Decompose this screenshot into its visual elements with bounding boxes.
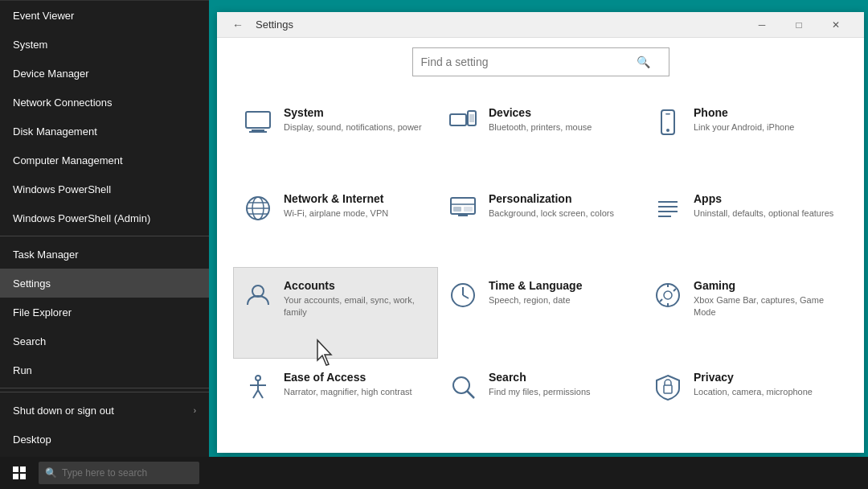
devices-desc: Bluetooth, printers, mouse: [489, 121, 592, 134]
settings-item-system[interactable]: System Display, sound, notifications, po…: [233, 94, 438, 180]
svg-rect-17: [464, 207, 473, 212]
start-item-desktop[interactable]: Desktop: [0, 425, 209, 454]
window-title: Settings: [256, 18, 293, 31]
title-bar: ← Settings ─ □ ✕: [217, 12, 864, 38]
minimize-button[interactable]: ─: [743, 12, 780, 38]
svg-line-37: [258, 390, 263, 398]
svg-rect-40: [664, 385, 672, 393]
arrow-icon: ›: [194, 406, 196, 415]
start-item-network-connections[interactable]: Network Connections: [0, 88, 209, 117]
start-menu-top-items: Apps and Features Power Options Event Vi…: [0, 0, 209, 232]
search-settings-label: Search: [489, 371, 591, 384]
maximize-button[interactable]: □: [780, 12, 817, 38]
settings-item-phone[interactable]: Phone Link your Android, iPhone: [643, 94, 848, 180]
phone-desc: Link your Android, iPhone: [694, 121, 794, 134]
apps-text: Apps Uninstall, defaults, optional featu…: [694, 192, 833, 220]
apps-label: Apps: [694, 192, 833, 205]
time-language-label: Time & Language: [489, 279, 582, 292]
network-label: Network & Internet: [284, 192, 388, 205]
settings-item-devices[interactable]: Devices Bluetooth, printers, mouse: [438, 94, 643, 180]
start-item-file-explorer[interactable]: File Explorer: [0, 298, 209, 327]
svg-rect-0: [246, 112, 270, 128]
settings-item-apps[interactable]: Apps Uninstall, defaults, optional featu…: [643, 180, 848, 266]
settings-window: ← Settings ─ □ ✕ 🔍 System Display, sound…: [217, 12, 864, 453]
start-item-system[interactable]: System: [0, 30, 209, 59]
start-item-windows-powershell[interactable]: Windows PowerShell: [0, 175, 209, 203]
windows-logo: [13, 466, 26, 479]
start-menu-footer: Shut down or sign out › Desktop: [0, 392, 209, 457]
personalization-text: Personalization Background, lock screen,…: [489, 192, 614, 220]
settings-item-ease-of-access[interactable]: Ease of Access Narrator, magnifier, high…: [233, 359, 438, 445]
svg-line-36: [253, 390, 258, 398]
svg-rect-3: [450, 114, 466, 125]
start-item-event-viewer[interactable]: Event Viewer: [0, 1, 209, 30]
start-item-windows-powershell-admin[interactable]: Windows PowerShell (Admin): [0, 203, 209, 232]
start-item-disk-management[interactable]: Disk Management: [0, 117, 209, 146]
svg-point-27: [657, 284, 679, 306]
close-button[interactable]: ✕: [817, 12, 854, 38]
system-label: System: [284, 106, 422, 119]
settings-item-accounts[interactable]: Accounts Your accounts, email, sync, wor…: [233, 267, 438, 359]
start-item-run[interactable]: Run: [0, 355, 209, 384]
system-text: System Display, sound, notifications, po…: [284, 106, 422, 134]
settings-item-privacy[interactable]: Privacy Location, camera, microphone: [643, 359, 848, 445]
ease-of-access-label: Ease of Access: [284, 371, 412, 384]
time-language-text: Time & Language Speech, region, date: [489, 279, 582, 306]
settings-item-network[interactable]: Network & Internet Wi-Fi, airplane mode,…: [233, 180, 438, 266]
personalization-icon: [448, 194, 477, 227]
personalization-desc: Background, lock screen, colors: [489, 208, 614, 220]
taskbar: 🔍: [0, 457, 868, 489]
svg-rect-16: [453, 207, 461, 212]
settings-item-search[interactable]: Search Find my files, permissions: [438, 359, 643, 445]
apps-desc: Uninstall, defaults, optional features: [694, 208, 833, 220]
time-language-icon: [448, 281, 477, 314]
start-button[interactable]: [0, 457, 39, 489]
taskbar-search-input[interactable]: [62, 467, 182, 479]
start-item-search[interactable]: Search: [0, 327, 209, 355]
ease-of-access-icon: [244, 372, 272, 405]
settings-search-box: 🔍: [412, 47, 669, 76]
start-item-device-manager[interactable]: Device Manager: [0, 59, 209, 88]
phone-text: Phone Link your Android, iPhone: [694, 106, 794, 134]
phone-icon: [653, 108, 682, 141]
devices-label: Devices: [489, 106, 592, 119]
start-divider-2: [0, 388, 209, 388]
svg-point-28: [664, 291, 672, 299]
ease-of-access-text: Ease of Access Narrator, magnifier, high…: [284, 371, 412, 398]
privacy-label: Privacy: [694, 371, 813, 384]
taskbar-search-icon: 🔍: [45, 467, 57, 479]
settings-item-gaming[interactable]: Gaming Xbox Game Bar, captures, Game Mod…: [643, 267, 848, 359]
system-desc: Display, sound, notifications, power: [284, 121, 422, 134]
search-settings-desc: Find my files, permissions: [489, 386, 591, 398]
devices-icon: [448, 108, 477, 141]
svg-rect-8: [665, 113, 670, 115]
apps-icon: [653, 194, 682, 227]
settings-item-time-language[interactable]: Time & Language Speech, region, date: [438, 267, 643, 359]
ease-of-access-desc: Narrator, magnifier, high contrast: [284, 386, 412, 398]
search-settings-icon: [448, 372, 477, 405]
search-settings-text: Search Find my files, permissions: [489, 371, 591, 398]
svg-point-7: [666, 129, 669, 132]
network-text: Network & Internet Wi-Fi, airplane mode,…: [284, 192, 388, 220]
svg-line-39: [467, 391, 474, 398]
start-item-settings[interactable]: Settings: [0, 269, 209, 298]
svg-line-30: [674, 289, 676, 291]
accounts-text: Accounts Your accounts, email, sync, wor…: [284, 279, 428, 319]
back-button[interactable]: ←: [227, 14, 249, 36]
accounts-icon: [244, 281, 272, 314]
svg-line-26: [463, 295, 469, 298]
start-divider: [0, 236, 209, 236]
start-item-task-manager[interactable]: Task Manager: [0, 240, 209, 269]
svg-rect-5: [469, 114, 474, 122]
settings-item-personalization[interactable]: Personalization Background, lock screen,…: [438, 180, 643, 266]
settings-search-input[interactable]: [421, 55, 630, 68]
network-icon: [244, 194, 272, 227]
taskbar-search-box: 🔍: [39, 462, 199, 484]
phone-label: Phone: [694, 106, 794, 119]
gaming-desc: Xbox Game Bar, captures, Game Mode: [694, 294, 837, 319]
search-icon: 🔍: [637, 55, 650, 68]
privacy-icon: [653, 372, 682, 405]
start-item-computer-management[interactable]: Computer Management: [0, 146, 209, 175]
privacy-desc: Location, camera, microphone: [694, 386, 813, 398]
start-item-shutdown[interactable]: Shut down or sign out ›: [0, 396, 209, 425]
